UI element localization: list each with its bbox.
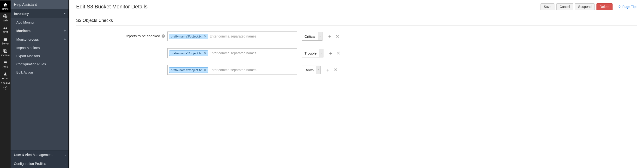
objects-tag-input[interactable]: prefix-name3/object.txt ✕ xyxy=(167,32,297,41)
row-actions: ＋ ✕ xyxy=(328,50,340,57)
home-icon xyxy=(3,3,8,7)
sidebar-item-label: Bulk Action xyxy=(16,70,33,74)
tag-text: prefix-name3/object.txt xyxy=(171,35,202,38)
sidebar-footer-label: Configuration Profiles xyxy=(14,162,46,165)
sidebar-item-config-rules[interactable]: Configuration Rules xyxy=(10,60,70,68)
tag-remove-icon[interactable]: ✕ xyxy=(204,68,206,72)
add-row-icon[interactable]: ＋ xyxy=(327,33,332,40)
rail-settings[interactable] xyxy=(0,85,10,93)
rail-web[interactable]: Web xyxy=(0,13,10,24)
sidebar-help-assistant[interactable]: Help Assistant xyxy=(10,0,70,9)
sidebar-item-add-monitor[interactable]: Add Monitor xyxy=(10,18,70,27)
severity-select[interactable]: Trouble xyxy=(302,49,324,57)
severity-label: Trouble xyxy=(302,51,319,55)
sidebar-config-profiles[interactable]: Configuration Profiles ▸ xyxy=(10,159,70,168)
tag: prefix-name2/object.txt ✕ xyxy=(169,67,208,73)
rail-aws[interactable]: AWS xyxy=(0,59,10,70)
sidebar-footer-label: User & Alert Management xyxy=(14,153,52,157)
tag: prefix-name3/object.txt ✕ xyxy=(169,34,208,39)
rail-azure-label: Azure xyxy=(0,77,10,80)
chevron-down-icon: ▼ xyxy=(64,12,66,15)
plus-icon[interactable]: + xyxy=(64,29,66,33)
tag-remove-icon[interactable]: ✕ xyxy=(204,35,206,38)
page-tips-label: Page Tips xyxy=(622,5,637,9)
page-header: Edit S3 Bucket Monitor Details Save Canc… xyxy=(70,0,644,13)
svg-rect-6 xyxy=(4,40,7,41)
cancel-button[interactable]: Cancel xyxy=(556,3,573,10)
objects-tag-input[interactable]: prefix-name2/object.txt ✕ xyxy=(167,65,297,75)
rail-web-label: Web xyxy=(0,19,10,22)
rail-server-label: Server xyxy=(0,42,10,45)
sidebar-section-inventory[interactable]: Inventory ▼ xyxy=(10,9,70,18)
icon-rail: Home Web APM Server VMware AWS Azure 3:3… xyxy=(0,0,10,168)
rail-azure[interactable]: Azure xyxy=(0,70,10,82)
svg-rect-7 xyxy=(4,49,6,52)
sidebar-help-label: Help Assistant xyxy=(14,3,37,7)
tag-text: prefix-name2/object.txt xyxy=(171,68,202,72)
add-row-icon[interactable]: ＋ xyxy=(328,50,333,57)
severity-select[interactable]: Down xyxy=(302,66,320,74)
svg-rect-4 xyxy=(4,38,7,39)
add-row-icon[interactable]: ＋ xyxy=(325,67,330,73)
severity-label: Down xyxy=(302,68,316,72)
sidebar-item-export-monitors[interactable]: Export Monitors xyxy=(10,52,70,60)
sidebar-item-import-monitors[interactable]: Import Monitors xyxy=(10,44,70,52)
lightbulb-icon xyxy=(618,5,621,9)
chevron-down-icon[interactable] xyxy=(319,49,323,57)
chevron-right-icon: ▸ xyxy=(65,162,66,165)
sidebar-item-bulk-action[interactable]: Bulk Action xyxy=(10,68,70,76)
sidebar: Help Assistant Inventory ▼ Add Monitor M… xyxy=(10,0,70,168)
page-title: Edit S3 Bucket Monitor Details xyxy=(76,4,148,10)
sidebar-item-label: Monitors xyxy=(16,29,30,33)
svg-point-10 xyxy=(5,87,6,88)
suspend-button[interactable]: Suspend xyxy=(575,3,594,10)
chevron-right-icon: ▸ xyxy=(65,153,66,156)
sidebar-item-monitors[interactable]: Monitors + xyxy=(10,27,70,35)
sidebar-item-label: Export Monitors xyxy=(16,54,40,58)
aws-icon xyxy=(3,60,8,65)
tag: prefix-name1/object.txt ✕ xyxy=(169,51,208,56)
objects-tag-input[interactable]: prefix-name1/object.txt ✕ xyxy=(167,48,297,58)
gear-icon xyxy=(3,85,8,90)
rail-aws-label: AWS xyxy=(0,65,10,68)
sidebar-section-label: Inventory xyxy=(14,12,29,16)
rail-apm-label: APM xyxy=(0,31,10,34)
sidebar-user-alert-mgmt[interactable]: User & Alert Management ▸ xyxy=(10,150,70,159)
row-actions: ＋ ✕ xyxy=(325,67,338,73)
rail-home[interactable]: Home xyxy=(0,1,10,13)
remove-row-icon[interactable]: ✕ xyxy=(336,50,340,56)
svg-rect-5 xyxy=(4,39,7,40)
tag-remove-icon[interactable]: ✕ xyxy=(204,51,206,55)
save-button[interactable]: Save xyxy=(540,3,554,10)
objects-input[interactable] xyxy=(210,68,295,72)
tag-text: prefix-name1/object.txt xyxy=(171,51,202,55)
rail-apm[interactable]: APM xyxy=(0,24,10,36)
main: Edit S3 Bucket Monitor Details Save Canc… xyxy=(70,0,644,168)
scrollbar[interactable] xyxy=(68,0,70,168)
rail-time: 3:36 PM xyxy=(1,82,10,85)
rail-server[interactable]: Server xyxy=(0,36,10,47)
remove-row-icon[interactable]: ✕ xyxy=(336,33,340,39)
rail-vmware-label: VMware xyxy=(0,54,10,57)
field-values: prefix-name3/object.txt ✕ Critical ＋ ✕ xyxy=(167,32,637,82)
page-tips-link[interactable]: Page Tips xyxy=(618,5,637,9)
chevron-down-icon[interactable] xyxy=(316,66,320,74)
check-row: prefix-name1/object.txt ✕ Trouble ＋ ✕ xyxy=(167,48,637,58)
binoculars-icon xyxy=(3,26,8,30)
plus-icon[interactable]: + xyxy=(64,37,66,42)
rail-vmware[interactable]: VMware xyxy=(0,47,10,59)
objects-input[interactable] xyxy=(210,51,295,55)
globe-icon xyxy=(3,14,8,19)
svg-point-2 xyxy=(6,27,7,29)
row-actions: ＋ ✕ xyxy=(327,33,340,40)
severity-label: Critical xyxy=(302,34,318,39)
severity-select[interactable]: Critical xyxy=(302,32,322,41)
objects-input[interactable] xyxy=(210,34,295,38)
info-icon[interactable]: i xyxy=(162,34,165,38)
svg-rect-8 xyxy=(4,50,7,53)
remove-row-icon[interactable]: ✕ xyxy=(334,67,338,73)
delete-button[interactable]: Delete xyxy=(596,3,612,10)
sidebar-item-monitor-groups[interactable]: Monitor groups + xyxy=(10,35,70,44)
field-objects-to-check: Objects to be checked i prefix-name3/obj… xyxy=(76,32,637,82)
chevron-down-icon[interactable] xyxy=(318,32,322,40)
